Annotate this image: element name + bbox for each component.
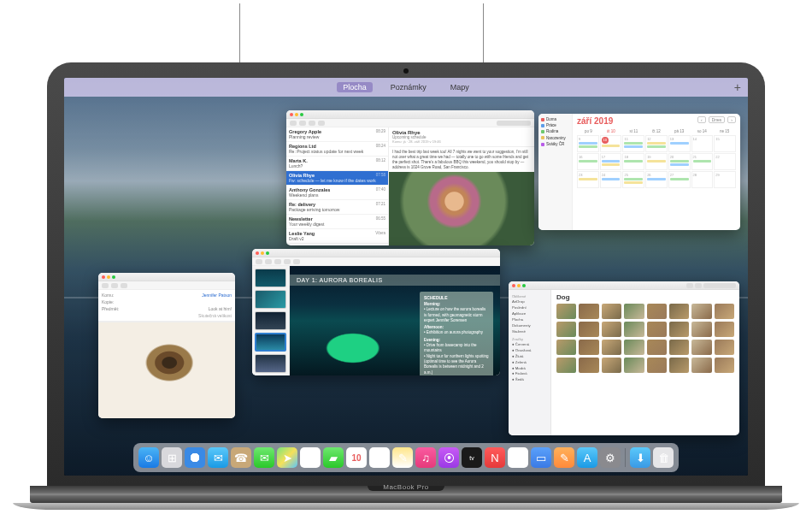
dock-photos-icon[interactable]: ✿: [300, 447, 321, 468]
calendar-prev-button[interactable]: ‹: [697, 116, 706, 123]
zoom-icon[interactable]: [300, 113, 303, 116]
slide-thumb[interactable]: [255, 290, 286, 309]
calendar-cell[interactable]: 23: [577, 171, 599, 188]
space-plocha[interactable]: Plocha: [337, 82, 373, 92]
mail-list-item[interactable]: 07:58Olivia RhyeFw: schedule — let me kn…: [286, 171, 388, 186]
mail-list-item[interactable]: 07:21Re: deliveryPackage arriving tomorr…: [286, 200, 388, 215]
dock-calendar-icon[interactable]: 10: [346, 447, 367, 468]
dock-notes-icon[interactable]: ✎: [392, 447, 413, 468]
calendar-cell[interactable]: 26: [645, 171, 668, 188]
finder-file-thumb[interactable]: [691, 340, 711, 355]
finder-file-thumb[interactable]: [624, 340, 644, 355]
mail-message-list[interactable]: 08:29Gregory ApplePlanning review08:24Re…: [286, 127, 389, 245]
zoom-icon[interactable]: [522, 284, 526, 287]
finder-tag-item[interactable]: ● Modrá: [512, 366, 547, 372]
close-icon[interactable]: [512, 284, 515, 287]
keynote-window[interactable]: DAY 1: AURORA BOREALIS SCHEDULE Morning:…: [252, 249, 500, 375]
finder-file-thumb[interactable]: [669, 304, 689, 319]
finder-icon-grid[interactable]: [556, 304, 734, 373]
calendar-sidebar-item[interactable]: Práce: [541, 122, 569, 128]
slide-thumb-selected[interactable]: [255, 333, 286, 352]
mail-list-item[interactable]: VčeraLeslie YangDraft v2: [286, 229, 388, 244]
finder-file-thumb[interactable]: [669, 322, 689, 337]
toolbar-button[interactable]: [274, 259, 281, 264]
dock-facetime-icon[interactable]: ▰: [323, 447, 344, 468]
finder-file-thumb[interactable]: [602, 322, 621, 337]
calendar-cell[interactable]: 13: [668, 135, 691, 152]
calendar-cell[interactable]: 27: [668, 171, 691, 188]
dock-launchpad-icon[interactable]: ⊞: [162, 447, 182, 468]
finder-tag-item[interactable]: ● Fialová: [512, 371, 547, 377]
dock-reminders-icon[interactable]: ☰: [369, 447, 390, 468]
calendar-cell[interactable]: 24: [600, 171, 622, 188]
slide-thumb[interactable]: [255, 354, 286, 373]
calendar-cell[interactable]: 16: [577, 153, 599, 170]
dock-podcasts-icon[interactable]: ⦿: [438, 447, 459, 468]
toolbar-button[interactable]: [695, 283, 702, 288]
close-icon[interactable]: [102, 275, 105, 279]
calendar-cell[interactable]: 21: [691, 153, 714, 170]
finder-sidebar-item[interactable]: Plocha: [512, 317, 547, 323]
mail-list-item[interactable]: 08:29Gregory ApplePlanning review: [286, 127, 388, 142]
calendar-window[interactable]: DomaPráceRodinaNarozeninySvátky ČR září …: [538, 114, 740, 230]
finder-file-thumb[interactable]: [602, 304, 621, 319]
finder-window[interactable]: OblíbenéAirDropPosledníAplikacePlochaDok…: [509, 281, 739, 435]
finder-sidebar-item[interactable]: AirDrop: [512, 299, 547, 305]
dock[interactable]: ☺⊞✦✉☎✉➤✿▰10☰✎♫⦿tvN▤▭✎A⚙⬇🗑: [133, 443, 679, 472]
space-mapy[interactable]: Mapy: [444, 82, 475, 92]
calendar-cell[interactable]: 19: [645, 153, 668, 170]
finder-file-thumb[interactable]: [556, 340, 576, 355]
finder-tag-item[interactable]: ● Zelená: [512, 360, 547, 366]
finder-file-thumb[interactable]: [669, 340, 689, 355]
finder-tag-item[interactable]: ● Žlutá: [512, 354, 547, 360]
finder-file-thumb[interactable]: [647, 340, 667, 355]
slide-thumb[interactable]: [255, 269, 286, 287]
finder-sidebar-item[interactable]: Poslední: [512, 305, 547, 311]
toolbar-button[interactable]: [293, 259, 300, 264]
finder-file-thumb[interactable]: [715, 358, 734, 373]
calendar-cell[interactable]: 10: [600, 135, 622, 152]
compose-window[interactable]: Komu:Jennifer Patson Kopie: Předmět:Look…: [98, 273, 235, 418]
toolbar-button[interactable]: [686, 283, 693, 288]
finder-file-thumb[interactable]: [624, 358, 644, 373]
finder-file-thumb[interactable]: [715, 304, 734, 319]
dock-news-icon[interactable]: N: [485, 447, 505, 468]
calendar-sidebar-item[interactable]: Svátky ČR: [541, 141, 569, 147]
dock-downloads-icon[interactable]: ⬇: [630, 447, 650, 468]
minimize-icon[interactable]: [107, 275, 110, 279]
compose-titlebar[interactable]: [98, 273, 235, 281]
mail-window[interactable]: 08:29Gregory ApplePlanning review08:24Re…: [286, 110, 534, 245]
finder-file-thumb[interactable]: [624, 322, 644, 337]
subject-value[interactable]: Look at him!: [209, 306, 232, 311]
toolbar-button[interactable]: [121, 283, 127, 288]
dock-contacts-icon[interactable]: ☎: [231, 447, 251, 468]
finder-file-thumb[interactable]: [556, 358, 576, 373]
minimize-icon[interactable]: [261, 251, 264, 255]
dock-numbers-icon[interactable]: ▤: [508, 447, 528, 468]
send-button[interactable]: [102, 283, 109, 288]
finder-file-thumb[interactable]: [691, 358, 711, 373]
search-field[interactable]: [497, 121, 531, 126]
calendar-cell[interactable]: 20: [668, 153, 691, 170]
finder-sidebar[interactable]: OblíbenéAirDropPosledníAplikacePlochaDok…: [509, 290, 551, 435]
dock-messages-icon[interactable]: ✉: [254, 447, 274, 468]
finder-file-thumb[interactable]: [669, 358, 689, 373]
dock-preferences-icon[interactable]: ⚙: [600, 447, 621, 468]
finder-file-thumb[interactable]: [556, 304, 576, 319]
dock-keynote-icon[interactable]: ▭: [531, 447, 551, 468]
calendar-cell[interactable]: 18: [622, 153, 644, 170]
close-icon[interactable]: [290, 113, 293, 116]
dock-maps-icon[interactable]: ➤: [277, 447, 297, 468]
mail-list-item[interactable]: 08:24Regions LtdRe: Project status updat…: [286, 142, 388, 157]
finder-file-thumb[interactable]: [579, 304, 598, 319]
finder-file-thumb[interactable]: [647, 304, 667, 319]
calendar-sidebar-item[interactable]: Doma: [541, 116, 569, 122]
toolbar-button[interactable]: [284, 259, 291, 264]
mail-list-item[interactable]: 07:40Anthony GonzalesWeekend plans: [286, 186, 388, 200]
dock-safari-icon[interactable]: ✦: [185, 447, 205, 468]
minimize-icon[interactable]: [295, 113, 298, 116]
toolbar-button[interactable]: [265, 259, 272, 264]
finder-file-thumb[interactable]: [691, 304, 711, 319]
finder-file-thumb[interactable]: [691, 322, 711, 337]
to-value[interactable]: Jennifer Patson: [202, 293, 232, 298]
